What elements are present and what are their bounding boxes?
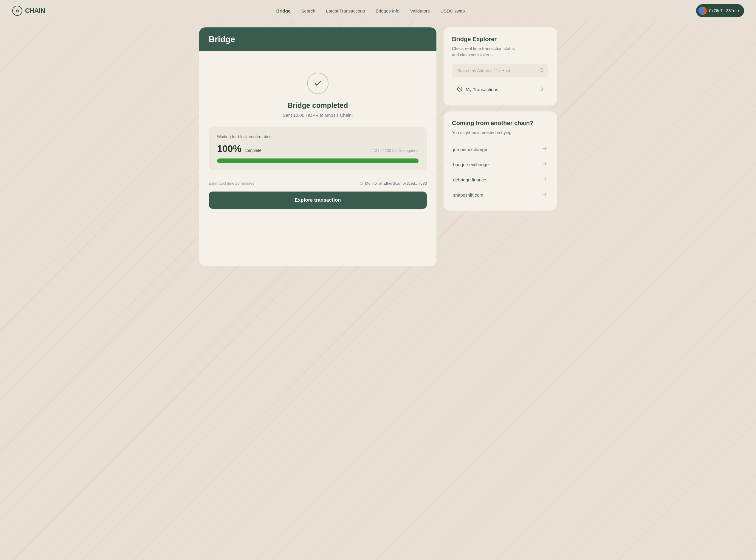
- progress-percent: 100%: [217, 143, 241, 154]
- progress-stats-left: 100% complete: [217, 143, 261, 154]
- search-wrapper: [452, 64, 548, 77]
- main-container: Bridge Bridge completed Sent 10.00 HOPR …: [187, 21, 569, 278]
- nav-bridges-info[interactable]: Bridges Info: [375, 8, 400, 14]
- arrow-right-icon: [542, 192, 547, 198]
- chain-link-shapeshift[interactable]: shapeshift.com: [452, 187, 548, 202]
- bridge-card-title: Bridge: [209, 35, 427, 44]
- coming-from-description: You might be interested in trying:: [452, 129, 548, 136]
- monitor-link[interactable]: Monitor at EtherScan 0x3ced...7683: [359, 181, 427, 185]
- svg-point-2: [360, 182, 362, 184]
- nav-validators[interactable]: Validators: [410, 8, 430, 14]
- arrow-right-icon: [542, 161, 547, 168]
- chain-link-debridge[interactable]: debridge.finance: [452, 172, 548, 187]
- arrow-right-icon: [538, 86, 544, 93]
- coming-from-title: Coming from another chain?: [452, 120, 548, 126]
- coming-from-card: Coming from another chain? You might be …: [444, 112, 557, 211]
- logo-icon: ⊙: [12, 5, 23, 16]
- logo-text: CHAIN: [25, 7, 45, 15]
- footer-info: Estimated time 26 minutes Monitor at Eth…: [209, 176, 427, 192]
- estimated-time: Estimated time 26 minutes: [209, 181, 254, 185]
- svg-point-4: [540, 68, 543, 72]
- bridge-explorer-card: Bridge Explorer Check real time transact…: [444, 27, 557, 105]
- progress-stats: 100% complete 131 of 130 blocks required: [217, 143, 419, 154]
- clock-icon: [457, 86, 463, 93]
- nav-latest-transactions[interactable]: Latest Transactions: [326, 8, 365, 14]
- search-small-icon: [359, 181, 363, 185]
- bridge-card-header: Bridge: [199, 27, 437, 51]
- bridge-search-input[interactable]: [452, 64, 548, 77]
- nav-links: Bridge Search Latest Transactions Bridge…: [276, 8, 465, 14]
- progress-card: Waiting for block confirmation 100% comp…: [209, 127, 427, 171]
- my-transactions-row[interactable]: My Transactions: [452, 82, 548, 97]
- check-circle-icon: [307, 73, 329, 94]
- progress-label: Waiting for block confirmation: [217, 134, 419, 139]
- bridge-search-button[interactable]: [539, 67, 544, 74]
- bridge-explorer-title: Bridge Explorer: [452, 36, 548, 43]
- wallet-address: 0x76c7...381c: [709, 8, 735, 13]
- wallet-avatar: [698, 6, 707, 15]
- chevron-down-icon: ▾: [738, 8, 739, 13]
- search-icon: [539, 67, 544, 73]
- chain-link-jumper[interactable]: jumper.exchange: [452, 142, 548, 157]
- arrow-right-icon: [542, 176, 547, 183]
- navbar: ⊙ CHAIN Bridge Search Latest Transaction…: [0, 0, 756, 21]
- nav-search[interactable]: Search: [301, 8, 315, 14]
- explore-transaction-button[interactable]: Explore transaction: [209, 192, 427, 209]
- progress-complete-label: complete: [245, 148, 261, 153]
- success-subtitle: Sent 10.00 HOPR to Gnosis Chain.: [283, 113, 353, 118]
- checkmark-icon: [314, 79, 322, 87]
- svg-line-5: [543, 71, 544, 73]
- monitor-text: Monitor at EtherScan 0x3ced...7683: [365, 181, 427, 185]
- success-title: Bridge completed: [288, 101, 348, 109]
- nav-usdc-swap[interactable]: USDC swap: [441, 8, 465, 14]
- logo[interactable]: ⊙ CHAIN: [12, 5, 45, 16]
- my-transactions-label: My Transactions: [466, 87, 498, 92]
- progress-bar-container: [217, 158, 419, 163]
- nav-bridge[interactable]: Bridge: [276, 8, 291, 14]
- blocks-info: 131 of 130 blocks required: [373, 148, 419, 153]
- svg-text:⊙: ⊙: [16, 8, 19, 13]
- bridge-card-body: Bridge completed Sent 10.00 HOPR to Gnos…: [199, 51, 437, 218]
- wallet-button[interactable]: 0x76c7...381c ▾: [696, 4, 744, 17]
- success-section: Bridge completed Sent 10.00 HOPR to Gnos…: [209, 61, 427, 127]
- right-column: Bridge Explorer Check real time transact…: [444, 27, 557, 266]
- chain-link-bungee[interactable]: bungee.exchange: [452, 157, 548, 172]
- bridge-card: Bridge Bridge completed Sent 10.00 HOPR …: [199, 27, 437, 266]
- progress-bar-fill: [217, 158, 419, 163]
- svg-line-3: [362, 184, 363, 185]
- my-transactions-left: My Transactions: [457, 86, 498, 93]
- arrow-right-icon: [542, 146, 547, 153]
- bridge-explorer-description: Check real time transaction statusand cl…: [452, 45, 548, 58]
